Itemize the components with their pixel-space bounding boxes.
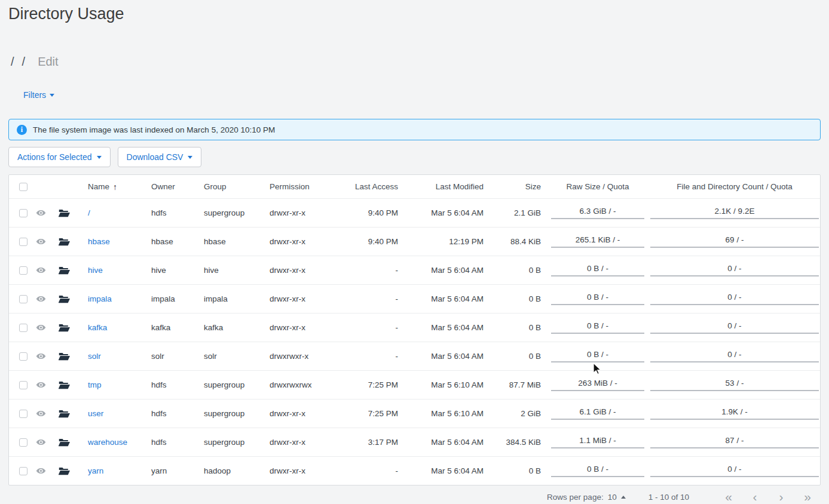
eye-icon[interactable] — [36, 322, 46, 333]
directory-link[interactable]: kafka — [88, 323, 107, 332]
row-last-access: 3:17 PM — [333, 438, 401, 447]
directory-link[interactable]: hbase — [88, 237, 110, 246]
row-preview-cell — [29, 351, 52, 361]
row-name-cell: tmp — [76, 380, 138, 389]
eye-icon[interactable] — [36, 294, 46, 304]
first-page-button[interactable]: « — [715, 490, 742, 503]
directory-link[interactable]: tmp — [88, 380, 102, 389]
table-row: hive hive hive drwxr-xr-x - Mar 5 6:04 A… — [9, 256, 820, 284]
download-csv-button[interactable]: Download CSV — [118, 147, 202, 167]
column-header-last-modified[interactable]: Last Modified — [401, 182, 487, 191]
directory-link[interactable]: yarn — [88, 466, 103, 475]
row-select-cell — [9, 352, 29, 361]
column-header-owner[interactable]: Owner — [138, 182, 191, 191]
eye-icon[interactable] — [36, 408, 46, 419]
row-last-modified: Mar 5 6:04 AM — [401, 294, 487, 303]
row-checkbox[interactable] — [19, 381, 27, 389]
row-folder-cell — [52, 208, 76, 218]
row-owner: solr — [138, 352, 191, 361]
table-row: solr solr solr drwxrwxr-x - Mar 5 6:04 A… — [9, 342, 820, 370]
row-last-access: - — [333, 294, 401, 303]
column-header-last-access[interactable]: Last Access — [333, 182, 401, 191]
folder-open-icon — [59, 323, 70, 333]
row-permission: drwxr-xr-x — [256, 438, 333, 447]
row-group: hbase — [191, 237, 256, 246]
eye-icon[interactable] — [36, 437, 46, 447]
column-header-permission[interactable]: Permission — [256, 182, 333, 191]
column-header-group[interactable]: Group — [191, 182, 256, 191]
column-header-size[interactable]: Size — [487, 182, 546, 191]
row-name-cell: / — [76, 208, 138, 217]
rows-per-page-select[interactable]: Rows per page: 10 — [547, 493, 626, 502]
last-page-button[interactable]: » — [794, 490, 821, 503]
row-select-cell — [9, 324, 29, 332]
eye-icon[interactable] — [36, 265, 46, 275]
eye-icon[interactable] — [36, 236, 46, 247]
eye-icon[interactable] — [36, 208, 46, 218]
directory-link[interactable]: user — [88, 409, 103, 418]
row-last-modified: Mar 5 6:04 AM — [401, 323, 487, 332]
row-file-dir-count-quota: 53 / - — [649, 379, 820, 392]
raw-size-quota-gauge: 0 B / - — [551, 265, 644, 277]
row-group: kafka — [191, 323, 256, 332]
raw-size-quota-gauge: 265.1 KiB / - — [551, 236, 644, 248]
row-last-access: - — [333, 352, 401, 361]
row-checkbox[interactable] — [19, 209, 27, 217]
row-preview-cell — [29, 236, 52, 247]
row-group: supergroup — [191, 380, 256, 389]
row-checkbox[interactable] — [19, 467, 27, 475]
row-last-access: 9:40 PM — [333, 208, 401, 217]
row-permission: drwxrwxr-x — [256, 352, 333, 361]
row-size: 384.5 KiB — [487, 438, 546, 447]
row-checkbox[interactable] — [19, 266, 27, 275]
eye-icon[interactable] — [36, 351, 46, 361]
row-file-dir-count-quota: 2.1K / 9.2E — [649, 207, 820, 220]
row-last-modified: Mar 5 6:04 AM — [401, 438, 487, 447]
previous-page-button[interactable]: ‹ — [742, 490, 768, 503]
eye-icon[interactable] — [36, 380, 46, 390]
row-preview-cell — [29, 322, 52, 333]
directory-link[interactable]: solr — [88, 352, 101, 361]
filters-toggle[interactable]: Filters — [23, 90, 54, 100]
next-page-button[interactable]: › — [768, 490, 794, 503]
directory-link[interactable]: impala — [88, 294, 112, 303]
directory-link[interactable]: / — [88, 208, 90, 217]
directory-link[interactable]: hive — [88, 266, 103, 275]
column-header-name[interactable]: Name ↑ — [76, 182, 138, 192]
actions-for-selected-button[interactable]: Actions for Selected — [8, 147, 111, 167]
row-name-cell: hbase — [76, 237, 138, 246]
rows-per-page-value: 10 — [608, 493, 617, 502]
row-size: 0 B — [487, 294, 546, 303]
row-name-cell: hive — [76, 266, 138, 275]
breadcrumb-edit-link[interactable]: Edit — [38, 55, 58, 69]
row-checkbox[interactable] — [19, 352, 27, 361]
row-last-modified: Mar 5 6:04 AM — [401, 208, 487, 217]
raw-size-quota-gauge: 263 MiB / - — [551, 379, 644, 392]
row-select-cell — [9, 295, 29, 303]
select-all-checkbox[interactable] — [19, 183, 27, 191]
row-group: solr — [191, 352, 256, 361]
eye-icon[interactable] — [36, 466, 46, 476]
row-preview-cell — [29, 408, 52, 419]
row-checkbox[interactable] — [19, 438, 27, 447]
row-size: 2 GiB — [487, 409, 546, 418]
breadcrumb-root[interactable]: / — [11, 55, 14, 69]
row-raw-size-quota: 0 B / - — [546, 321, 649, 334]
row-checkbox[interactable] — [19, 324, 27, 332]
row-raw-size-quota: 1.1 MiB / - — [546, 436, 649, 449]
rows-per-page-label: Rows per page: — [547, 493, 604, 502]
column-header-raw-size-quota[interactable]: Raw Size / Quota — [546, 182, 649, 191]
row-folder-cell — [52, 323, 76, 333]
column-label: Name — [88, 182, 109, 191]
row-permission: drwxr-xr-x — [256, 409, 333, 418]
file-dir-count-quota-gauge: 1.9K / - — [650, 408, 819, 420]
file-dir-count-quota-gauge: 2.1K / 9.2E — [650, 207, 819, 220]
directory-link[interactable]: warehouse — [88, 438, 127, 447]
actions-for-selected-label: Actions for Selected — [17, 152, 92, 162]
row-checkbox[interactable] — [19, 238, 27, 246]
row-checkbox[interactable] — [19, 295, 27, 303]
row-group: hive — [191, 266, 256, 275]
column-header-file-dir-count-quota[interactable]: File and Directory Count / Quota — [649, 182, 820, 191]
file-dir-count-quota-gauge: 53 / - — [650, 379, 819, 392]
row-checkbox[interactable] — [19, 410, 27, 418]
